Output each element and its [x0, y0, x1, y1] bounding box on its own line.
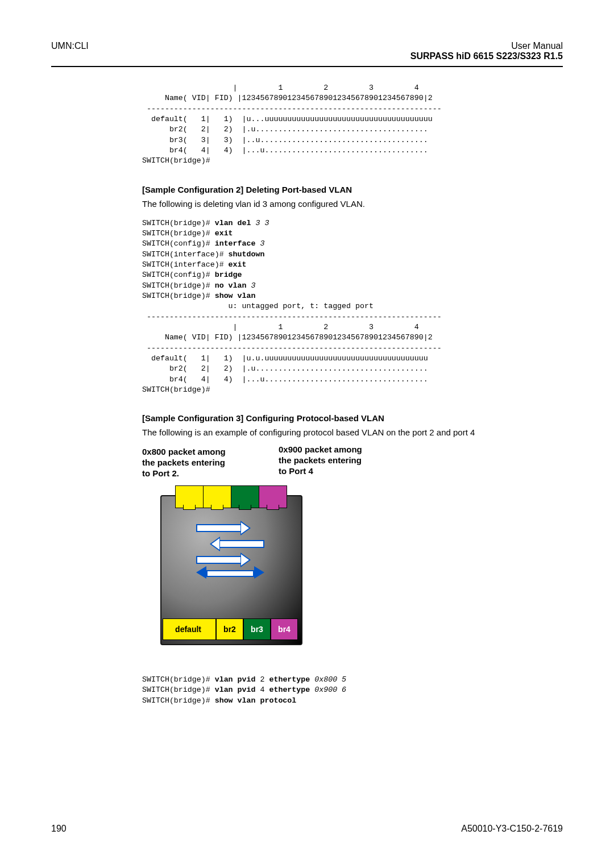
header-title: User Manual — [410, 41, 563, 51]
header-divider — [51, 66, 563, 67]
main-content: | 1 2 3 4 Name( VID| FID) |1234567890123… — [142, 83, 563, 706]
section-2-heading: [Sample Configuration 2] Deleting Port-b… — [142, 185, 563, 194]
section-3-heading: [Sample Configuration 3] Configuring Pro… — [142, 413, 563, 423]
header-right: User Manual SURPASS hiD 6615 S223/S323 R… — [410, 41, 563, 61]
port-3-icon — [231, 485, 259, 508]
protocol-vlan-diagram: 0x800 packet amongthe packets enteringto… — [142, 447, 318, 666]
switch-arrows-icon — [196, 521, 264, 575]
page-footer: 190 A50010-Y3-C150-2-7619 — [51, 824, 563, 834]
vlan-br3-label: br3 — [243, 618, 271, 640]
section-2-body: The following is deleting vlan id 3 amon… — [142, 198, 563, 210]
port-1-icon — [175, 485, 204, 508]
header-subtitle: SURPASS hiD 6615 S223/S323 R1.5 — [410, 51, 563, 61]
page-number: 190 — [51, 824, 67, 834]
port-2-icon — [203, 485, 231, 508]
diagram-caption-right: 0x900 packet amongthe packets enteringto… — [279, 445, 381, 476]
vlan-br2-label: br2 — [216, 618, 243, 640]
port-4-icon — [259, 485, 287, 508]
vlan-bar: br2 br3 br4 — [163, 618, 298, 640]
diagram-caption-left: 0x800 packet amongthe packets enteringto… — [142, 447, 244, 479]
code-block-vlan-output-1: | 1 2 3 4 Name( VID| FID) |1234567890123… — [142, 83, 563, 167]
code-block-protocol-vlan: SWITCH(bridge)# vlan pvid 2 ethertype 0x… — [142, 675, 563, 706]
page-header: UMN:CLI User Manual SURPASS hiD 6615 S22… — [51, 41, 563, 64]
header-left: UMN:CLI — [51, 41, 89, 61]
page: UMN:CLI User Manual SURPASS hiD 6615 S22… — [0, 0, 614, 868]
code-block-delete-vlan: SWITCH(bridge)# vlan del 3 3 SWITCH(brid… — [142, 218, 563, 396]
section-3-body: The following is an example of configuri… — [142, 426, 563, 439]
vlan-br4-label: br4 — [271, 618, 298, 640]
doc-id: A50010-Y3-C150-2-7619 — [461, 824, 563, 834]
vlan-default-label — [163, 618, 216, 640]
